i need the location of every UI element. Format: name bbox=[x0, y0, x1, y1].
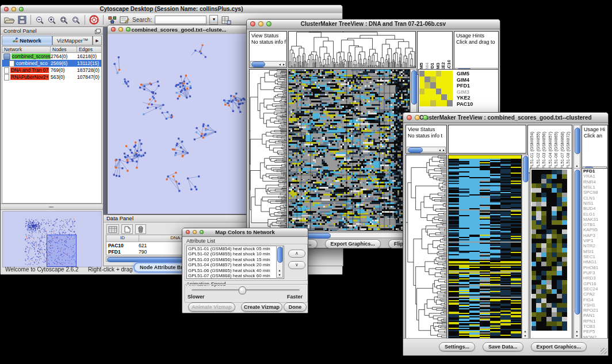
float-panel-icon[interactable] bbox=[95, 28, 101, 36]
zoom-out-icon[interactable] bbox=[35, 16, 44, 25]
attribute-item[interactable]: GPL51-06 (GSM865) heat shock 40 min bbox=[187, 268, 284, 273]
annotation-icon[interactable] bbox=[120, 16, 129, 24]
gene-label[interactable]: MSI1 bbox=[582, 249, 607, 254]
zoom-window-icon[interactable] bbox=[19, 7, 24, 12]
column-header-edges[interactable]: Edges bbox=[77, 47, 101, 52]
scroll-right-icon[interactable]: ▸ bbox=[283, 62, 285, 66]
gene-label[interactable]: VIP1 bbox=[582, 238, 607, 243]
tv2-column-label[interactable]: GPL51-07 (GSM868) bbox=[560, 132, 566, 173]
scroll-down-icon[interactable]: ▾ bbox=[574, 334, 580, 338]
minimize-icon[interactable] bbox=[12, 7, 16, 12]
tab-network[interactable]: Network bbox=[2, 36, 52, 45]
import-table-icon[interactable] bbox=[221, 16, 231, 25]
zoom-window-icon[interactable] bbox=[423, 115, 428, 120]
gene-label[interactable]: YRA1 bbox=[582, 174, 607, 179]
tv1-row-label[interactable]: GIM4 bbox=[456, 77, 473, 83]
treeview2-titlebar[interactable]: ClusterMaker TreeView : combined_scores_… bbox=[403, 113, 608, 123]
gene-label[interactable]: PEP5 bbox=[582, 329, 607, 334]
attribute-listbox[interactable]: GPL51-01 (GSM854) heat shock 05 minGPL51… bbox=[186, 246, 284, 279]
move-up-button[interactable]: ∧ bbox=[288, 250, 305, 258]
animate-vizmap-button[interactable]: Animate Vizmap bbox=[188, 302, 235, 312]
gene-label[interactable]: GPI16 bbox=[582, 281, 607, 286]
gene-label[interactable]: RNR4 bbox=[582, 179, 607, 185]
network-table-row[interactable]: combined_scores2764(0)16218(0) bbox=[2, 53, 101, 60]
tv2-column-label[interactable]: GPL51-08 (GSM872) bbox=[565, 132, 572, 173]
zoom-fit-icon[interactable] bbox=[59, 16, 68, 25]
gene-label[interactable]: FIG4 bbox=[582, 297, 607, 302]
network-table-row[interactable]: RNAPuberNov2+563(0)107847(0) bbox=[2, 74, 101, 81]
tv2-column-label[interactable]: GPL51-06 (GSM865) bbox=[553, 132, 560, 173]
speed-slider-thumb[interactable] bbox=[239, 286, 246, 294]
gene-label[interactable]: KAP95 bbox=[582, 227, 607, 232]
tv2-status-scrollbar[interactable]: ◂ ▸ bbox=[407, 147, 446, 152]
column-header-nodes[interactable]: Nodes bbox=[51, 47, 77, 52]
tv1-row-label[interactable]: GIM5 bbox=[456, 71, 473, 77]
tv1-row-label[interactable]: GIM3 bbox=[456, 89, 473, 95]
delete-attribute-icon[interactable] bbox=[135, 224, 146, 234]
gene-label[interactable]: GTB1 bbox=[582, 222, 607, 227]
zoom-in-icon[interactable] bbox=[47, 16, 56, 25]
new-attribute-icon[interactable] bbox=[121, 224, 133, 234]
attribute-list-scrollbar[interactable]: ▴ ▾ bbox=[276, 246, 283, 278]
open-session-icon[interactable] bbox=[4, 16, 15, 24]
attribute-item[interactable]: GPL51-03 (GSM856) heat shock 15 min bbox=[187, 257, 284, 262]
scroll-left-icon[interactable]: ◂ bbox=[439, 148, 441, 152]
attribute-item[interactable]: GPL51-04 (GSM857) heat shock 20 min bbox=[187, 262, 284, 267]
gene-label[interactable]: PAN1 bbox=[582, 313, 607, 318]
tv2-column-label[interactable]: GPL51-04 (GSM857) bbox=[548, 132, 554, 173]
tv1-status-scrollbar[interactable]: ◂ ▸ bbox=[250, 61, 286, 67]
tab-overflow-button[interactable]: ▶ bbox=[93, 36, 102, 45]
done-button[interactable]: Done bbox=[284, 302, 307, 312]
tv2-zoomview-panel[interactable] bbox=[530, 168, 572, 339]
gene-label[interactable]: SEC24 bbox=[582, 286, 607, 292]
column-header-network[interactable]: Network bbox=[2, 47, 51, 52]
gene-label[interactable]: NIS1 bbox=[582, 201, 607, 206]
tv1-row-label[interactable]: PFD1 bbox=[456, 83, 473, 89]
gene-label[interactable]: HAP3 bbox=[582, 233, 607, 238]
main-titlebar[interactable]: Cytoscape Desktop (Session Name: collins… bbox=[1, 5, 342, 14]
scroll-up-icon[interactable]: ▴ bbox=[522, 329, 528, 333]
zoom-window-icon[interactable] bbox=[200, 230, 204, 234]
tv2-heatmap-panel[interactable] bbox=[448, 155, 522, 339]
tv2-zoomview-scrollbar[interactable]: ▴ ▾ bbox=[573, 168, 580, 339]
save-session-icon[interactable] bbox=[18, 16, 26, 24]
gene-label[interactable]: PUF3 bbox=[582, 270, 607, 275]
tv1-row-dendrogram-panel[interactable] bbox=[249, 69, 287, 231]
treeview1-titlebar[interactable]: ClusterMaker TreeView : DNA and Tran 07-… bbox=[247, 20, 500, 29]
tv2-column-label[interactable]: GPL51-03 (GSM856) bbox=[541, 132, 548, 173]
scroll-up-icon[interactable]: ▴ bbox=[574, 164, 580, 167]
gene-label[interactable]: SPC98 bbox=[582, 190, 607, 195]
minimize-icon[interactable] bbox=[415, 115, 420, 120]
tv2-collabel-scrollbar[interactable]: ▴ ▾ bbox=[573, 125, 580, 173]
network1-canvas[interactable] bbox=[108, 34, 250, 214]
gene-label[interactable]: BUD4 bbox=[582, 206, 607, 211]
network-table-row[interactable]: combined_sco2569(6)13112(15) bbox=[2, 60, 101, 67]
scroll-down-icon[interactable]: ▾ bbox=[522, 334, 528, 338]
attribute-item[interactable]: GPL51-01 (GSM854) heat shock 05 min bbox=[187, 246, 284, 251]
scroll-left-icon[interactable]: ◂ bbox=[279, 62, 281, 66]
tab-vizmapper[interactable]: VizMapper™ bbox=[52, 36, 93, 45]
gene-label[interactable]: CLN1 bbox=[582, 196, 607, 201]
attribute-item[interactable]: GPL51-07 (GSM868) heat shock 60 min bbox=[187, 273, 284, 278]
dialog-titlebar[interactable]: Map Colors to Network bbox=[182, 228, 308, 237]
gene-label[interactable]: PHO81 bbox=[582, 265, 607, 270]
network1-titlebar[interactable]: combined_scores_good.txt--cluste... bbox=[108, 25, 250, 35]
zoom-window-icon[interactable] bbox=[126, 27, 131, 32]
help-icon[interactable] bbox=[89, 15, 99, 25]
tv2-button[interactable]: Export Graphics... bbox=[531, 342, 587, 351]
birdseye-selection-rect[interactable] bbox=[47, 235, 76, 267]
gene-label[interactable]: NTR2 bbox=[582, 243, 607, 248]
tv1-zoom-matrix-canvas[interactable] bbox=[419, 71, 453, 106]
tv2-row-dendrogram-panel[interactable] bbox=[406, 155, 447, 339]
gene-label[interactable]: RPN1 bbox=[582, 319, 607, 324]
tv2-column-label[interactable]: GPL51-01 (GSM854) bbox=[529, 132, 536, 173]
gene-label[interactable]: YSH1 bbox=[582, 302, 607, 308]
gene-label[interactable]: ELG1 bbox=[582, 212, 607, 217]
panel-resize-divider[interactable] bbox=[1, 204, 103, 210]
tv2-heatmap-vscrollbar[interactable]: ▴ ▾ bbox=[522, 155, 529, 339]
network-table-row[interactable]: DNA and Tran 07769(0)183728(0) bbox=[2, 67, 101, 74]
close-icon[interactable] bbox=[4, 7, 9, 12]
tv1-row-label[interactable]: YKE2 bbox=[456, 95, 473, 101]
network-manager-icon[interactable] bbox=[108, 16, 117, 24]
data-column-id[interactable]: ID bbox=[106, 235, 139, 242]
